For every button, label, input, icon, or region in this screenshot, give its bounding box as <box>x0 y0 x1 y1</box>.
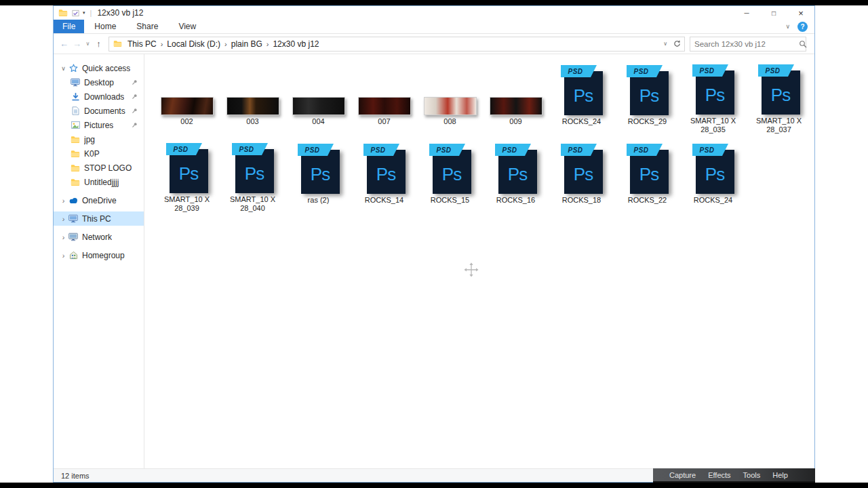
file-item-psd[interactable]: Ps PSD ROCKS_24 <box>680 142 746 213</box>
psd-file-icon: Ps PSD <box>495 144 537 194</box>
sidebar-item-homegroup[interactable]: › Homegroup <box>54 248 144 262</box>
sidebar-item-pictures[interactable]: Pictures <box>54 118 144 132</box>
psd-file-icon: Ps PSD <box>232 143 274 193</box>
image-thumbnail <box>161 97 214 115</box>
search-icon[interactable] <box>799 40 807 48</box>
sidebar-item-desktop[interactable]: Desktop <box>54 75 144 89</box>
psd-file-icon: Ps PSD <box>561 144 603 194</box>
sidebar-item-jpg[interactable]: jpg <box>54 132 144 146</box>
file-name: SMART_10 X 28_040 <box>224 195 281 213</box>
file-name: ras (2) <box>308 196 330 205</box>
capture-menu-capture[interactable]: Capture <box>663 471 702 479</box>
titlebar: ▾ | 12x30 vb j12 ─ □ × <box>54 6 814 20</box>
sidebar-item-label: Untitledjjjj <box>84 178 119 187</box>
expand-ribbon-icon[interactable]: ∨ <box>785 23 790 30</box>
qat-properties-icon[interactable] <box>72 9 79 17</box>
file-item-image[interactable]: 007 <box>351 64 417 134</box>
sidebar-item-downloads[interactable]: Downloads <box>54 89 144 104</box>
file-item-image[interactable]: 008 <box>417 64 483 134</box>
tab-file[interactable]: File <box>54 20 84 33</box>
file-item-image[interactable]: 004 <box>285 64 351 134</box>
chevron-right-icon[interactable]: › <box>59 197 68 205</box>
sidebar-item-onedrive[interactable]: › OneDrive <box>54 193 144 207</box>
file-name: 008 <box>443 117 456 126</box>
up-button[interactable]: ↑ <box>92 39 105 49</box>
sidebar-item-network[interactable]: › Network <box>54 230 144 244</box>
this-pc-icon <box>68 214 79 223</box>
file-item-psd[interactable]: Ps PSD ROCKS_14 <box>351 142 417 213</box>
help-icon[interactable]: ? <box>797 22 808 32</box>
file-item-psd[interactable]: Ps PSD ras (2) <box>285 142 351 213</box>
capture-menu-help[interactable]: Help <box>766 471 794 479</box>
sidebar-item-label: This PC <box>82 214 111 224</box>
psd-file-icon: Ps PSD <box>298 144 340 194</box>
onedrive-cloud-icon <box>68 197 79 204</box>
file-item-psd[interactable]: Ps PSD ROCKS_24 <box>549 64 614 134</box>
chevron-right-icon[interactable]: › <box>59 215 68 223</box>
file-item-psd[interactable]: Ps PSD ROCKS_18 <box>549 142 614 213</box>
address-bar-row: ← → ∨ ↑ This PC › Local Disk (D:) › plai… <box>54 34 814 54</box>
image-thumbnail <box>226 97 279 115</box>
search-box[interactable] <box>690 37 806 52</box>
sidebar-item-label: K0P <box>84 149 100 159</box>
close-button[interactable]: × <box>787 6 814 20</box>
file-name: 007 <box>378 117 390 126</box>
sidebar-item-k0p[interactable]: K0P <box>54 146 144 161</box>
item-count: 12 items <box>61 472 90 480</box>
search-input[interactable] <box>694 40 799 48</box>
file-item-psd[interactable]: Ps PSD SMART_10 X 28_040 <box>220 142 285 213</box>
breadcrumb-local-disk-d[interactable]: Local Disk (D:) <box>165 39 222 49</box>
sidebar-item-this-pc[interactable]: › This PC <box>54 211 144 226</box>
file-item-psd[interactable]: Ps PSD SMART_10 X 28_035 <box>680 64 746 134</box>
file-item-psd[interactable]: Ps PSD ROCKS_22 <box>614 142 680 213</box>
file-item-psd[interactable]: Ps PSD ROCKS_15 <box>417 142 483 213</box>
qat-dropdown-icon[interactable]: ▾ <box>83 10 85 16</box>
file-item-psd[interactable]: Ps PSD ROCKS_16 <box>483 142 549 213</box>
address-bar[interactable]: This PC › Local Disk (D:) › plain BG › 1… <box>108 37 685 52</box>
qat-separator: | <box>90 9 92 17</box>
breadcrumb-this-pc[interactable]: This PC <box>126 39 158 49</box>
chevron-right-icon[interactable]: › <box>59 233 68 241</box>
ribbon-tabs: File Home Share View ∨ ? <box>54 20 814 34</box>
minimize-button[interactable]: ─ <box>733 6 760 20</box>
breadcrumb-separator: › <box>158 40 166 48</box>
capture-menu-tools[interactable]: Tools <box>737 471 767 479</box>
capture-menu-effects[interactable]: Effects <box>702 471 736 479</box>
letterbox-top <box>0 0 868 5</box>
file-name: ROCKS_29 <box>628 117 667 126</box>
pin-icon <box>132 108 138 114</box>
file-item-psd[interactable]: Ps PSD SMART_10 X 28_039 <box>154 142 220 213</box>
back-button[interactable]: ← <box>58 39 71 49</box>
sidebar-item-untitledjjjj[interactable]: Untitledjjjj <box>54 175 144 189</box>
file-list-area: 002 003 004 007 008 <box>144 54 814 468</box>
file-item-psd[interactable]: Ps PSD SMART_10 X 28_037 <box>746 64 812 134</box>
homegroup-icon <box>68 251 79 260</box>
file-item-image[interactable]: 009 <box>483 64 549 134</box>
tab-home[interactable]: Home <box>84 20 126 33</box>
breadcrumb-plain-bg[interactable]: plain BG <box>230 39 264 49</box>
downloads-icon <box>70 92 81 101</box>
refresh-icon[interactable] <box>673 40 681 47</box>
sidebar-item-stop-logo[interactable]: STOP LOGO <box>54 161 144 175</box>
forward-button[interactable]: → <box>71 39 83 49</box>
recent-locations-icon[interactable]: ∨ <box>83 41 92 47</box>
move-cursor-icon <box>463 262 479 281</box>
sidebar-item-documents[interactable]: Documents <box>54 104 144 118</box>
tab-share[interactable]: Share <box>126 20 168 33</box>
file-item-psd[interactable]: Ps PSD ROCKS_29 <box>614 64 680 134</box>
maximize-button[interactable]: □ <box>760 6 787 20</box>
sidebar-item-label: Documents <box>84 106 125 116</box>
breadcrumb-current-folder[interactable]: 12x30 vb j12 <box>271 39 320 49</box>
tab-view[interactable]: View <box>168 20 206 33</box>
chevron-right-icon[interactable]: › <box>59 251 68 260</box>
folder-icon <box>70 164 81 172</box>
sidebar-item-label: Desktop <box>84 78 114 87</box>
file-item-image[interactable]: 002 <box>154 64 220 134</box>
folder-icon <box>70 136 81 144</box>
file-item-image[interactable]: 003 <box>220 64 285 134</box>
sidebar-item-quick-access[interactable]: ∨ Quick access <box>54 61 144 75</box>
file-name: ROCKS_24 <box>562 117 601 126</box>
address-dropdown-icon[interactable]: ∨ <box>663 41 667 47</box>
pin-icon <box>132 122 138 128</box>
chevron-down-icon[interactable]: ∨ <box>59 65 68 72</box>
